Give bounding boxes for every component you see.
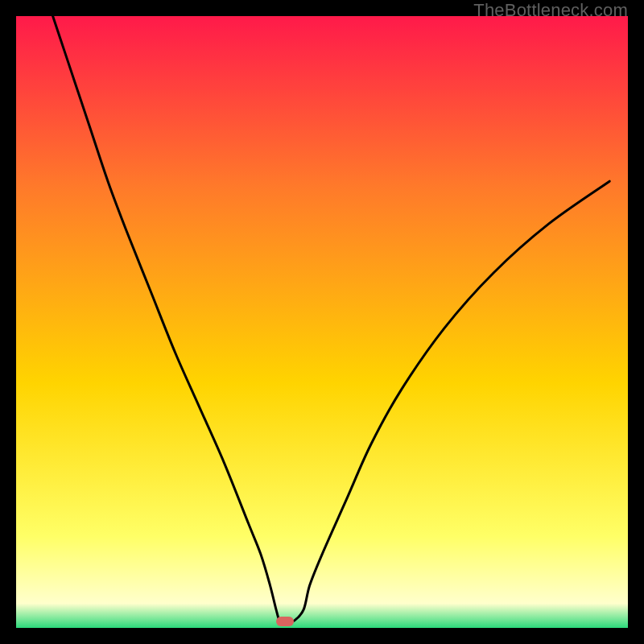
gradient-background (16, 16, 628, 628)
chart-frame (16, 16, 628, 628)
bottleneck-chart (16, 16, 628, 628)
watermark-text: TheBottleneck.com (473, 0, 628, 21)
optimal-point-marker (276, 617, 294, 626)
